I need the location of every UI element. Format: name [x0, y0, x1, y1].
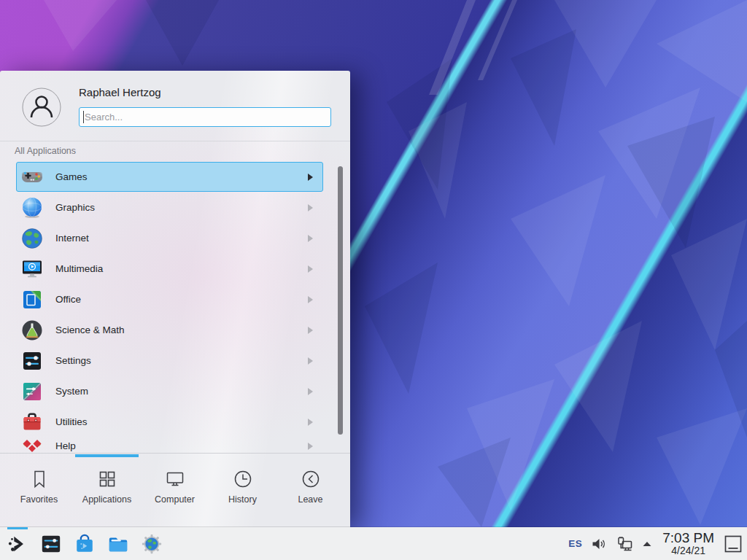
category-label: Games	[55, 171, 88, 182]
digital-clock[interactable]: 7:03 PM 4/24/21	[662, 531, 714, 556]
network-icon[interactable]	[616, 535, 633, 553]
applications-grid-icon	[97, 469, 117, 489]
user-avatar[interactable]	[22, 88, 61, 127]
tab-applications[interactable]: Applications	[73, 453, 141, 505]
tab-leave[interactable]: Leave	[276, 453, 344, 505]
category-office[interactable]: Office	[16, 284, 323, 314]
category-label: Graphics	[55, 202, 95, 213]
category-label: Help	[55, 440, 76, 451]
user-name: Raphael Hertzog	[79, 86, 161, 98]
category-help[interactable]: Help	[16, 431, 323, 453]
volume-icon[interactable]	[590, 535, 608, 553]
category-games[interactable]: Games	[16, 162, 323, 192]
category-label: Utilities	[55, 416, 88, 427]
computer-monitor-icon	[165, 469, 185, 489]
category-list: Games Graphics	[0, 159, 350, 453]
chevron-right-icon	[308, 419, 313, 426]
office-document-icon	[20, 288, 44, 311]
history-clock-icon	[233, 469, 253, 489]
tab-label: History	[228, 494, 257, 505]
system-settings-launcher[interactable]	[40, 533, 62, 555]
dolphin-file-manager-launcher[interactable]	[107, 533, 129, 555]
tab-computer[interactable]: Computer	[141, 453, 209, 505]
science-flask-icon	[20, 319, 44, 342]
header-divider	[0, 141, 350, 141]
clock-date: 4/24/21	[662, 545, 714, 556]
system-sliders-icon	[20, 380, 44, 403]
category-settings[interactable]: Settings	[16, 346, 323, 376]
keyboard-layout-indicator[interactable]: ES	[568, 538, 582, 549]
category-label: Office	[55, 294, 81, 305]
chevron-right-icon	[308, 327, 313, 334]
category-system[interactable]: System	[16, 376, 323, 406]
application-launcher-menu: Raphael Hertzog Search... All Applicatio…	[0, 71, 350, 527]
chevron-right-icon	[308, 388, 313, 395]
desktop: Raphael Hertzog Search... All Applicatio…	[0, 0, 747, 560]
chevron-right-icon	[308, 235, 313, 242]
category-label: Science & Math	[55, 324, 125, 335]
graphics-ball-icon	[20, 196, 44, 219]
tab-history[interactable]: History	[209, 453, 276, 505]
search-input[interactable]: Search...	[79, 107, 331, 127]
tab-label: Computer	[155, 494, 195, 505]
category-graphics[interactable]: Graphics	[16, 192, 323, 222]
clock-time: 7:03 PM	[662, 531, 714, 545]
tab-label: Favorites	[20, 494, 58, 505]
category-internet[interactable]: Internet	[16, 223, 323, 253]
chevron-right-icon	[308, 204, 313, 211]
tab-favorites[interactable]: Favorites	[5, 453, 73, 505]
application-launcher-button[interactable]	[7, 533, 28, 555]
chevron-right-icon	[308, 296, 313, 303]
category-label: System	[55, 386, 88, 397]
help-lifebuoy-icon	[20, 435, 44, 454]
category-label: Settings	[55, 355, 91, 366]
chevron-right-icon	[308, 443, 313, 450]
launcher-tabbar: Favorites Applications	[0, 453, 350, 527]
tab-label: Leave	[298, 494, 322, 505]
section-label: All Applications	[15, 146, 76, 156]
tab-label: Applications	[82, 494, 131, 505]
show-desktop-button[interactable]	[724, 534, 743, 553]
web-browser-launcher[interactable]	[141, 533, 163, 555]
settings-sliders-icon	[20, 349, 44, 373]
category-science-math[interactable]: Science & Math	[16, 315, 323, 345]
leave-back-icon	[301, 469, 321, 489]
gamepad-icon	[20, 166, 44, 189]
multimedia-monitor-icon	[20, 257, 44, 281]
utilities-toolbox-icon	[20, 411, 44, 434]
category-label: Internet	[55, 233, 89, 244]
chevron-right-icon	[308, 357, 313, 365]
text-cursor	[83, 111, 84, 123]
chevron-right-icon	[308, 265, 313, 273]
globe-icon	[20, 227, 44, 250]
category-multimedia[interactable]: Multimedia	[16, 254, 323, 284]
discover-launcher[interactable]	[74, 533, 96, 555]
scrollbar[interactable]	[338, 166, 343, 435]
taskbar-panel: ES 7:03 PM	[0, 527, 747, 560]
favorites-bookmark-icon	[29, 469, 50, 489]
expand-tray-caret-icon[interactable]	[641, 538, 653, 550]
chevron-right-icon	[308, 174, 313, 181]
search-placeholder: Search...	[85, 112, 123, 122]
category-label: Multimedia	[55, 263, 103, 274]
